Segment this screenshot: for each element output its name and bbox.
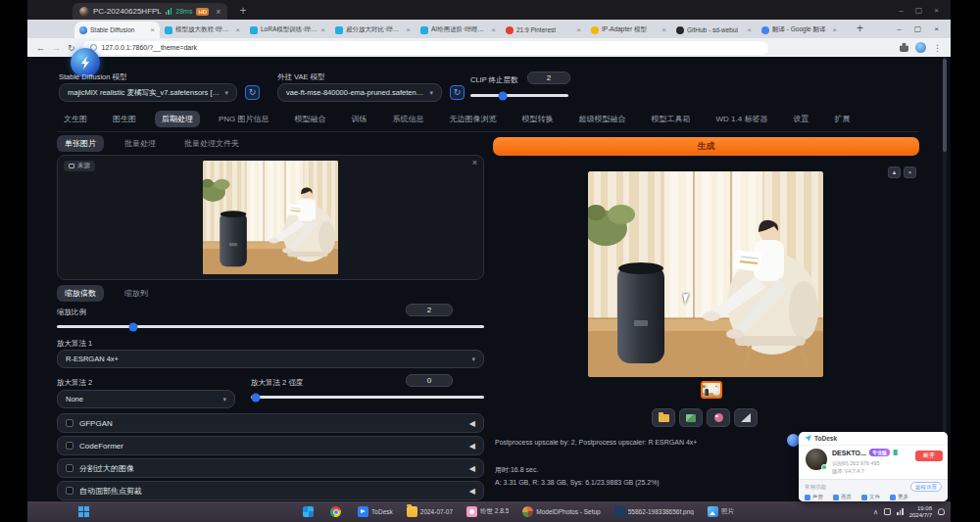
accordion-row[interactable]: CodeFormer ◀: [57, 436, 484, 455]
disconnect-button[interactable]: 断开: [915, 451, 943, 461]
expand-output-button[interactable]: ▲: [888, 166, 901, 178]
source-tab[interactable]: 批量处理文件夹: [176, 135, 247, 152]
upscaler2-strength-slider-handle[interactable]: [251, 393, 260, 402]
resize-tab[interactable]: 缩放到: [117, 285, 156, 302]
main-tab[interactable]: 系统信息: [386, 111, 431, 127]
remote-close-button[interactable]: ×: [934, 6, 939, 15]
clip-skip-value[interactable]: 2: [527, 71, 570, 84]
tab-close-icon[interactable]: ×: [320, 25, 325, 34]
main-tab[interactable]: WD 1.4 标签器: [710, 111, 775, 127]
taskbar-app[interactable]: 照片: [705, 504, 737, 520]
address-bar[interactable]: 127.0.0.1:7860/?__theme=dark: [82, 41, 768, 55]
checkbox[interactable]: [66, 464, 74, 472]
remote-maximize-button[interactable]: ▢: [915, 6, 923, 15]
remote-session-tab[interactable]: PC-20240625HFPL 28ms HD ×: [73, 3, 227, 20]
tab-close-icon[interactable]: ×: [662, 25, 666, 34]
main-tab[interactable]: 文生图: [57, 111, 94, 127]
close-output-button[interactable]: ×: [904, 166, 916, 178]
forward-icon[interactable]: →: [52, 43, 61, 53]
quick-action-button[interactable]: 画质: [833, 494, 852, 500]
back-icon[interactable]: ←: [36, 43, 45, 53]
clip-skip-slider-handle[interactable]: [499, 91, 508, 100]
main-tab[interactable]: 超级模型融合: [572, 111, 633, 127]
extensions-icon[interactable]: [900, 43, 908, 52]
browser-close-button[interactable]: ×: [934, 24, 939, 33]
taskbar-app[interactable]: [300, 504, 319, 520]
main-tab[interactable]: PNG 图片信息: [212, 111, 276, 127]
open-folder-button[interactable]: [652, 408, 675, 427]
tab-close-icon[interactable]: ×: [406, 25, 411, 34]
source-image-dropzone[interactable]: 来源 ×: [57, 155, 484, 280]
browser-new-tab-button[interactable]: +: [857, 22, 863, 35]
quick-action-button[interactable]: 更多: [890, 494, 908, 500]
generate-button[interactable]: 生成: [493, 137, 919, 156]
scale-slider-handle[interactable]: [129, 322, 138, 331]
main-tab[interactable]: 无边图像浏览: [443, 111, 504, 127]
send-to-inpaint-button[interactable]: [734, 408, 758, 427]
output-thumbnail[interactable]: [701, 381, 722, 399]
tab-close-icon[interactable]: ×: [150, 25, 155, 34]
profile-avatar[interactable]: [915, 42, 926, 53]
main-tab[interactable]: 模型转换: [515, 111, 561, 127]
upscaler2-strength-slider[interactable]: [251, 396, 484, 399]
browser-minimize-button[interactable]: –: [897, 24, 901, 33]
scale-slider[interactable]: [57, 325, 484, 328]
clip-skip-slider[interactable]: [470, 94, 568, 97]
taskbar-clock[interactable]: 19:08 2024/7/7: [909, 505, 932, 519]
upscaler2-strength-value[interactable]: 0: [406, 374, 453, 387]
quick-action-button[interactable]: 文件: [861, 494, 880, 500]
network-icon[interactable]: [897, 508, 904, 515]
checkbox[interactable]: [66, 487, 74, 495]
tray-chevron-icon[interactable]: ∧: [873, 508, 878, 516]
taskbar-app[interactable]: [327, 504, 347, 520]
browser-menu-icon[interactable]: ⋮: [933, 43, 942, 53]
tab-close-icon[interactable]: ×: [491, 25, 496, 34]
accordion-row[interactable]: GFPGAN ◀: [57, 413, 484, 433]
remote-minimize-button[interactable]: –: [899, 6, 903, 15]
checkbox[interactable]: [66, 442, 74, 450]
scrollbar-thumb[interactable]: [943, 59, 947, 152]
main-tab[interactable]: 模型融合: [288, 111, 333, 127]
browser-tab[interactable]: 超分放大对比·哔哩哔哩 ×: [330, 22, 416, 38]
accordion-row[interactable]: 自动面部焦点剪裁 ◀: [57, 481, 484, 500]
browser-tab[interactable]: 模型放大教程·哔哩哔哩 ×: [160, 22, 245, 38]
upscaler2-dropdown[interactable]: None ▾: [57, 390, 235, 408]
browser-tab[interactable]: IP-Adapter 模型 ×: [586, 22, 671, 38]
scale-value[interactable]: 2: [406, 304, 453, 316]
browser-maximize-button[interactable]: ▢: [914, 24, 922, 33]
vae-refresh-button[interactable]: ↻: [450, 85, 465, 100]
tab-close-icon[interactable]: ×: [832, 25, 837, 34]
main-tab[interactable]: 设置: [786, 111, 815, 127]
quick-action-button[interactable]: 声音: [805, 494, 823, 500]
main-tab[interactable]: 训练: [345, 111, 374, 127]
resize-tab[interactable]: 缩放倍数: [57, 285, 104, 302]
remote-settings-button[interactable]: 远程设置: [910, 482, 942, 492]
save-image-button[interactable]: [679, 408, 703, 427]
taskbar-app[interactable]: ModelDPhotos - Setup: [519, 504, 603, 520]
reload-icon[interactable]: ↻: [68, 43, 75, 53]
checkpoint-dropdown[interactable]: majicMIX realistic 麦橘写实_v7.safetensors […: [59, 83, 237, 102]
source-tab[interactable]: 单张图片: [57, 135, 104, 152]
browser-tab[interactable]: 21:9 Pinterest ×: [501, 22, 586, 38]
source-tab[interactable]: 批量处理: [117, 135, 164, 152]
clear-image-button[interactable]: ×: [472, 158, 477, 167]
checkbox[interactable]: [66, 419, 74, 427]
taskbar-app[interactable]: 绘世 2.8.5: [464, 504, 512, 520]
remote-tab-close-button[interactable]: ×: [216, 7, 220, 17]
main-tab[interactable]: 图生图: [106, 111, 143, 127]
main-tab[interactable]: 模型工具箱: [645, 111, 698, 127]
upscaler1-dropdown[interactable]: R-ESRGAN 4x+ ▾: [57, 350, 484, 368]
main-tab[interactable]: 扩展: [827, 111, 857, 127]
taskbar-app[interactable]: ToDesk: [355, 504, 396, 520]
tab-close-icon[interactable]: ×: [576, 25, 581, 34]
phone-icon[interactable]: [893, 450, 899, 455]
tab-close-icon[interactable]: ×: [747, 25, 752, 34]
browser-tab[interactable]: 翻译 - Google 翻译 ×: [757, 22, 842, 38]
accordion-row[interactable]: 分割过大的图像 ◀: [57, 458, 484, 478]
remote-new-tab-button[interactable]: +: [239, 4, 246, 18]
browser-tab[interactable]: LoRA模型训练·哔哩哔哩 ×: [245, 22, 330, 38]
checkpoint-refresh-button[interactable]: ↻: [245, 85, 260, 100]
tab-close-icon[interactable]: ×: [235, 25, 240, 34]
vae-dropdown[interactable]: vae-ft-mse-840000-ema-pruned.safetensors…: [277, 83, 442, 102]
send-to-extras-button[interactable]: [707, 408, 730, 427]
